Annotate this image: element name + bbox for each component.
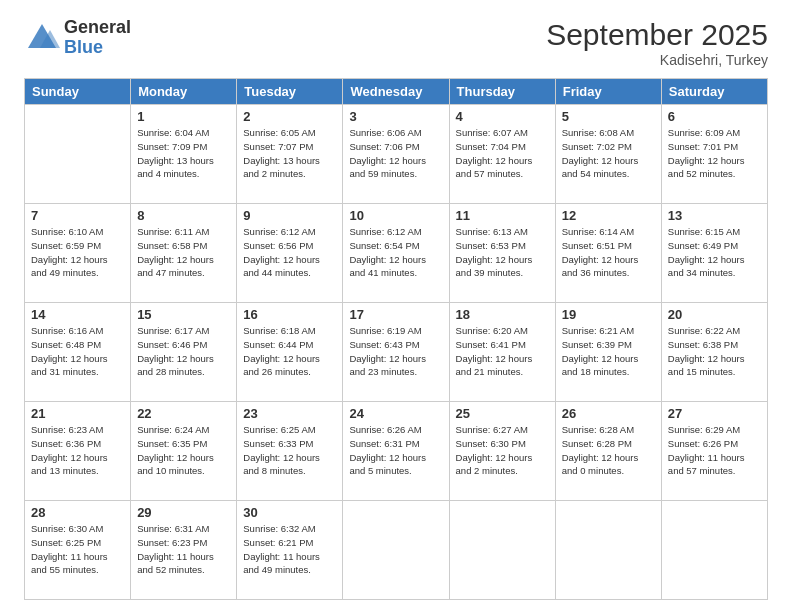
day-info: Sunrise: 6:31 AM Sunset: 6:23 PM Dayligh… (137, 522, 230, 577)
logo-general-text: General (64, 18, 131, 38)
day-number: 26 (562, 406, 655, 421)
day-info: Sunrise: 6:13 AM Sunset: 6:53 PM Dayligh… (456, 225, 549, 280)
calendar-cell: 10Sunrise: 6:12 AM Sunset: 6:54 PM Dayli… (343, 204, 449, 303)
page: General Blue September 2025 Kadisehri, T… (0, 0, 792, 612)
day-info: Sunrise: 6:10 AM Sunset: 6:59 PM Dayligh… (31, 225, 124, 280)
logo-blue-text: Blue (64, 38, 131, 58)
calendar-cell: 19Sunrise: 6:21 AM Sunset: 6:39 PM Dayli… (555, 303, 661, 402)
day-number: 21 (31, 406, 124, 421)
calendar-cell: 25Sunrise: 6:27 AM Sunset: 6:30 PM Dayli… (449, 402, 555, 501)
calendar-cell: 29Sunrise: 6:31 AM Sunset: 6:23 PM Dayli… (131, 501, 237, 600)
day-info: Sunrise: 6:15 AM Sunset: 6:49 PM Dayligh… (668, 225, 761, 280)
day-number: 4 (456, 109, 549, 124)
location-subtitle: Kadisehri, Turkey (546, 52, 768, 68)
day-info: Sunrise: 6:22 AM Sunset: 6:38 PM Dayligh… (668, 324, 761, 379)
day-number: 7 (31, 208, 124, 223)
calendar-cell (449, 501, 555, 600)
day-info: Sunrise: 6:06 AM Sunset: 7:06 PM Dayligh… (349, 126, 442, 181)
day-number: 15 (137, 307, 230, 322)
day-info: Sunrise: 6:24 AM Sunset: 6:35 PM Dayligh… (137, 423, 230, 478)
calendar-cell (661, 501, 767, 600)
day-number: 14 (31, 307, 124, 322)
calendar-cell: 2Sunrise: 6:05 AM Sunset: 7:07 PM Daylig… (237, 105, 343, 204)
day-number: 5 (562, 109, 655, 124)
day-number: 11 (456, 208, 549, 223)
calendar-cell: 9Sunrise: 6:12 AM Sunset: 6:56 PM Daylig… (237, 204, 343, 303)
day-info: Sunrise: 6:26 AM Sunset: 6:31 PM Dayligh… (349, 423, 442, 478)
day-info: Sunrise: 6:14 AM Sunset: 6:51 PM Dayligh… (562, 225, 655, 280)
calendar-cell: 17Sunrise: 6:19 AM Sunset: 6:43 PM Dayli… (343, 303, 449, 402)
calendar-cell: 30Sunrise: 6:32 AM Sunset: 6:21 PM Dayli… (237, 501, 343, 600)
calendar-cell: 23Sunrise: 6:25 AM Sunset: 6:33 PM Dayli… (237, 402, 343, 501)
day-info: Sunrise: 6:29 AM Sunset: 6:26 PM Dayligh… (668, 423, 761, 478)
day-info: Sunrise: 6:25 AM Sunset: 6:33 PM Dayligh… (243, 423, 336, 478)
day-number: 8 (137, 208, 230, 223)
calendar-cell: 6Sunrise: 6:09 AM Sunset: 7:01 PM Daylig… (661, 105, 767, 204)
calendar-table: SundayMondayTuesdayWednesdayThursdayFrid… (24, 78, 768, 600)
calendar-header-sunday: Sunday (25, 79, 131, 105)
calendar-cell: 15Sunrise: 6:17 AM Sunset: 6:46 PM Dayli… (131, 303, 237, 402)
calendar-cell: 18Sunrise: 6:20 AM Sunset: 6:41 PM Dayli… (449, 303, 555, 402)
calendar-cell: 20Sunrise: 6:22 AM Sunset: 6:38 PM Dayli… (661, 303, 767, 402)
day-number: 29 (137, 505, 230, 520)
calendar-cell: 1Sunrise: 6:04 AM Sunset: 7:09 PM Daylig… (131, 105, 237, 204)
calendar-header-monday: Monday (131, 79, 237, 105)
logo: General Blue (24, 18, 131, 58)
calendar-header-row: SundayMondayTuesdayWednesdayThursdayFrid… (25, 79, 768, 105)
day-number: 23 (243, 406, 336, 421)
day-number: 3 (349, 109, 442, 124)
calendar-cell (343, 501, 449, 600)
logo-icon (24, 20, 60, 56)
day-info: Sunrise: 6:12 AM Sunset: 6:54 PM Dayligh… (349, 225, 442, 280)
day-number: 18 (456, 307, 549, 322)
calendar-header-wednesday: Wednesday (343, 79, 449, 105)
day-number: 17 (349, 307, 442, 322)
calendar-cell: 27Sunrise: 6:29 AM Sunset: 6:26 PM Dayli… (661, 402, 767, 501)
day-info: Sunrise: 6:04 AM Sunset: 7:09 PM Dayligh… (137, 126, 230, 181)
day-number: 27 (668, 406, 761, 421)
day-number: 28 (31, 505, 124, 520)
calendar-header-thursday: Thursday (449, 79, 555, 105)
day-info: Sunrise: 6:21 AM Sunset: 6:39 PM Dayligh… (562, 324, 655, 379)
calendar-cell: 14Sunrise: 6:16 AM Sunset: 6:48 PM Dayli… (25, 303, 131, 402)
calendar-header-friday: Friday (555, 79, 661, 105)
calendar-week-row: 7Sunrise: 6:10 AM Sunset: 6:59 PM Daylig… (25, 204, 768, 303)
day-info: Sunrise: 6:16 AM Sunset: 6:48 PM Dayligh… (31, 324, 124, 379)
calendar-cell (555, 501, 661, 600)
day-info: Sunrise: 6:09 AM Sunset: 7:01 PM Dayligh… (668, 126, 761, 181)
day-info: Sunrise: 6:08 AM Sunset: 7:02 PM Dayligh… (562, 126, 655, 181)
header: General Blue September 2025 Kadisehri, T… (24, 18, 768, 68)
day-info: Sunrise: 6:12 AM Sunset: 6:56 PM Dayligh… (243, 225, 336, 280)
month-title: September 2025 (546, 18, 768, 52)
day-number: 22 (137, 406, 230, 421)
day-info: Sunrise: 6:32 AM Sunset: 6:21 PM Dayligh… (243, 522, 336, 577)
day-info: Sunrise: 6:17 AM Sunset: 6:46 PM Dayligh… (137, 324, 230, 379)
day-info: Sunrise: 6:18 AM Sunset: 6:44 PM Dayligh… (243, 324, 336, 379)
calendar-week-row: 28Sunrise: 6:30 AM Sunset: 6:25 PM Dayli… (25, 501, 768, 600)
day-number: 30 (243, 505, 336, 520)
day-number: 25 (456, 406, 549, 421)
calendar-cell: 24Sunrise: 6:26 AM Sunset: 6:31 PM Dayli… (343, 402, 449, 501)
calendar-header-tuesday: Tuesday (237, 79, 343, 105)
calendar-header-saturday: Saturday (661, 79, 767, 105)
day-info: Sunrise: 6:23 AM Sunset: 6:36 PM Dayligh… (31, 423, 124, 478)
day-info: Sunrise: 6:11 AM Sunset: 6:58 PM Dayligh… (137, 225, 230, 280)
calendar-cell: 26Sunrise: 6:28 AM Sunset: 6:28 PM Dayli… (555, 402, 661, 501)
day-number: 19 (562, 307, 655, 322)
calendar-cell: 4Sunrise: 6:07 AM Sunset: 7:04 PM Daylig… (449, 105, 555, 204)
title-block: September 2025 Kadisehri, Turkey (546, 18, 768, 68)
calendar-cell: 13Sunrise: 6:15 AM Sunset: 6:49 PM Dayli… (661, 204, 767, 303)
calendar-cell: 12Sunrise: 6:14 AM Sunset: 6:51 PM Dayli… (555, 204, 661, 303)
calendar-week-row: 14Sunrise: 6:16 AM Sunset: 6:48 PM Dayli… (25, 303, 768, 402)
day-number: 10 (349, 208, 442, 223)
day-number: 12 (562, 208, 655, 223)
day-number: 6 (668, 109, 761, 124)
day-info: Sunrise: 6:19 AM Sunset: 6:43 PM Dayligh… (349, 324, 442, 379)
calendar-cell: 21Sunrise: 6:23 AM Sunset: 6:36 PM Dayli… (25, 402, 131, 501)
calendar-cell: 28Sunrise: 6:30 AM Sunset: 6:25 PM Dayli… (25, 501, 131, 600)
day-number: 24 (349, 406, 442, 421)
day-number: 20 (668, 307, 761, 322)
day-info: Sunrise: 6:20 AM Sunset: 6:41 PM Dayligh… (456, 324, 549, 379)
day-number: 2 (243, 109, 336, 124)
calendar-week-row: 21Sunrise: 6:23 AM Sunset: 6:36 PM Dayli… (25, 402, 768, 501)
